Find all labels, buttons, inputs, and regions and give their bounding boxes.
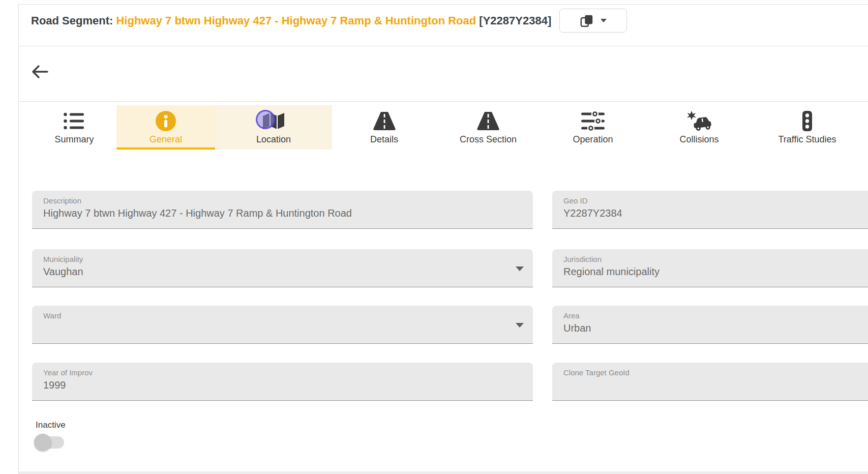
sliders-icon <box>581 109 605 133</box>
bottom-edge-strip <box>19 471 868 474</box>
field-value: Urban <box>563 322 591 334</box>
field-value: Regional municipality <box>563 266 660 278</box>
field-label: Geo ID <box>563 196 588 205</box>
copy-icon <box>580 14 594 28</box>
ward-select[interactable]: Ward <box>32 306 533 344</box>
year-of-improv-field[interactable]: Year of Improv 1999 <box>32 363 533 401</box>
tab-cross-section[interactable]: Cross Section <box>436 105 540 150</box>
field-label: Year of Improv <box>43 368 93 377</box>
clone-target-geoid-field[interactable]: Clone Target GeoId <box>552 363 868 401</box>
field-label: Ward <box>43 311 61 320</box>
page-title-code: [Y2287Y2384] <box>479 14 551 27</box>
copy-segment-button[interactable] <box>559 9 627 33</box>
inactive-label: Inactive <box>36 420 66 430</box>
field-label: Jurisdiction <box>563 255 602 263</box>
card-left-border <box>18 4 19 474</box>
caret-down-icon <box>601 19 607 22</box>
tab-location-label: Location <box>256 134 291 145</box>
field-label: Municipality <box>43 255 83 263</box>
page-title-prefix: Road Segment: <box>31 14 113 27</box>
field-label: Clone Target GeoId <box>563 368 630 377</box>
tab-cross-section-label: Cross Section <box>460 134 517 145</box>
tab-location[interactable]: Location <box>215 105 332 150</box>
tab-summary-label: Summary <box>54 134 94 145</box>
description-field[interactable]: Description Highway 7 btwn Highway 427 -… <box>32 191 533 229</box>
dropdown-caret-icon <box>516 266 524 271</box>
field-label: Description <box>43 196 81 205</box>
tab-traffic-studies-label: Traffic Studies <box>778 134 836 145</box>
tab-general[interactable]: General <box>116 105 215 150</box>
tab-traffic-studies[interactable]: Traffic Studies <box>753 105 862 150</box>
area-field[interactable]: Area Urban <box>552 306 868 344</box>
traffic-light-icon <box>802 109 813 133</box>
municipality-select[interactable]: Municipality Vaughan <box>32 249 533 287</box>
tab-bar: Summary General <box>19 101 868 149</box>
back-button[interactable] <box>29 62 50 81</box>
field-value: Highway 7 btwn Highway 427 - Highway 7 R… <box>43 208 352 219</box>
road-icon <box>476 109 500 133</box>
tab-details[interactable]: Details <box>332 105 436 150</box>
tab-collisions-label: Collisions <box>679 134 719 145</box>
tab-indicator <box>116 147 215 150</box>
info-icon <box>155 109 176 133</box>
tab-general-label: General <box>149 134 182 145</box>
click-indicator <box>256 110 275 129</box>
field-value: Y2287Y2384 <box>563 208 622 219</box>
list-icon <box>64 109 85 133</box>
road-icon <box>373 109 396 133</box>
road-segment-link[interactable]: Highway 7 btwn Highway 427 - Highway 7 R… <box>116 14 476 27</box>
car-crash-icon <box>687 109 711 133</box>
tab-details-label: Details <box>370 134 398 145</box>
geo-id-field[interactable]: Geo ID Y2287Y2384 <box>552 191 868 229</box>
inactive-toggle[interactable] <box>36 436 64 449</box>
tabs: Summary General <box>32 105 862 150</box>
field-label: Area <box>563 311 580 320</box>
road-segment-page: Road Segment: Highway 7 btwn Highway 427… <box>0 0 868 474</box>
tab-summary[interactable]: Summary <box>32 105 116 150</box>
map-icon <box>262 109 285 133</box>
tab-operation[interactable]: Operation <box>540 105 646 150</box>
header-bar: Road Segment: Highway 7 btwn Highway 427… <box>19 4 868 46</box>
arrow-left-icon <box>31 64 49 79</box>
dropdown-caret-icon <box>516 323 524 328</box>
tab-collisions[interactable]: Collisions <box>646 105 753 150</box>
field-value: Vaughan <box>43 266 83 278</box>
tab-operation-label: Operation <box>573 134 613 145</box>
jurisdiction-field[interactable]: Jurisdiction Regional municipality <box>552 249 868 287</box>
page-title: Road Segment: Highway 7 btwn Highway 427… <box>31 9 551 33</box>
field-value: 1999 <box>43 379 66 391</box>
toggle-thumb <box>34 434 51 451</box>
